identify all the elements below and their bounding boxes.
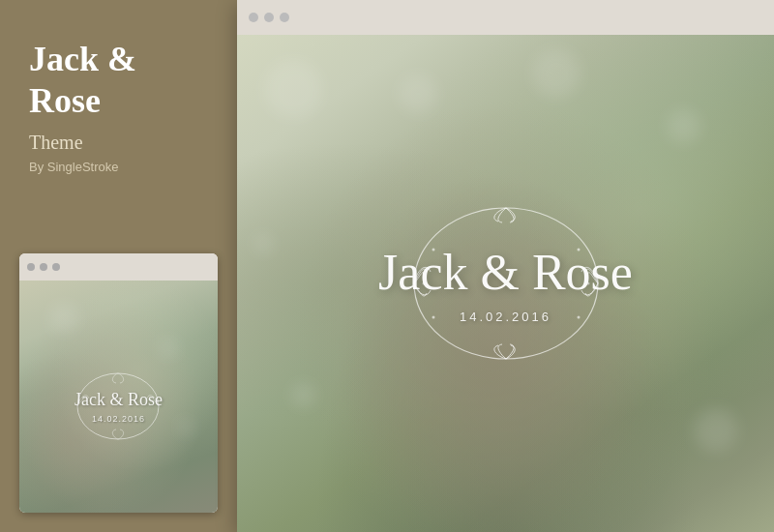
mini-wreath-container: Jack & Rose 14.02.2016 <box>74 389 163 423</box>
mini-browser-preview: Jack & Rose 14.02.2016 <box>19 253 218 513</box>
bokeh-3 <box>178 420 193 434</box>
large-browser-bar <box>237 0 774 35</box>
large-browser-content: Jack & Rose 14.02.2016 <box>237 35 774 532</box>
theme-title: Jack & Rose <box>29 39 208 122</box>
bokeh-1 <box>49 304 78 333</box>
large-couple-names: Jack & Rose <box>378 243 633 303</box>
theme-author: By SingleStroke <box>29 160 208 174</box>
large-dot-2 <box>264 13 274 22</box>
mini-browser-bar <box>19 253 218 281</box>
large-wedding-date: 14.02.2016 <box>460 310 551 324</box>
mini-couple-names: Jack & Rose <box>74 389 163 411</box>
large-dot-3 <box>280 13 289 22</box>
large-browser: Jack & Rose 14.02.2016 <box>237 0 774 532</box>
large-dot-1 <box>249 13 258 22</box>
bokeh-2 <box>159 339 178 358</box>
main-area: Jack & Rose 14.02.2016 <box>237 0 774 532</box>
svg-point-7 <box>577 315 580 318</box>
svg-point-4 <box>432 315 434 318</box>
large-wreath-container: Jack & Rose 14.02.2016 <box>378 243 633 323</box>
mini-dot-3 <box>52 263 60 271</box>
theme-subtitle: Theme <box>29 132 208 154</box>
mini-wedding-date: 14.02.2016 <box>74 414 163 424</box>
sidebar: Jack & Rose Theme By SingleStroke <box>0 0 237 532</box>
mini-browser-content: Jack & Rose 14.02.2016 <box>19 281 218 513</box>
mini-dot-2 <box>40 263 47 271</box>
mini-dot-1 <box>27 263 35 271</box>
